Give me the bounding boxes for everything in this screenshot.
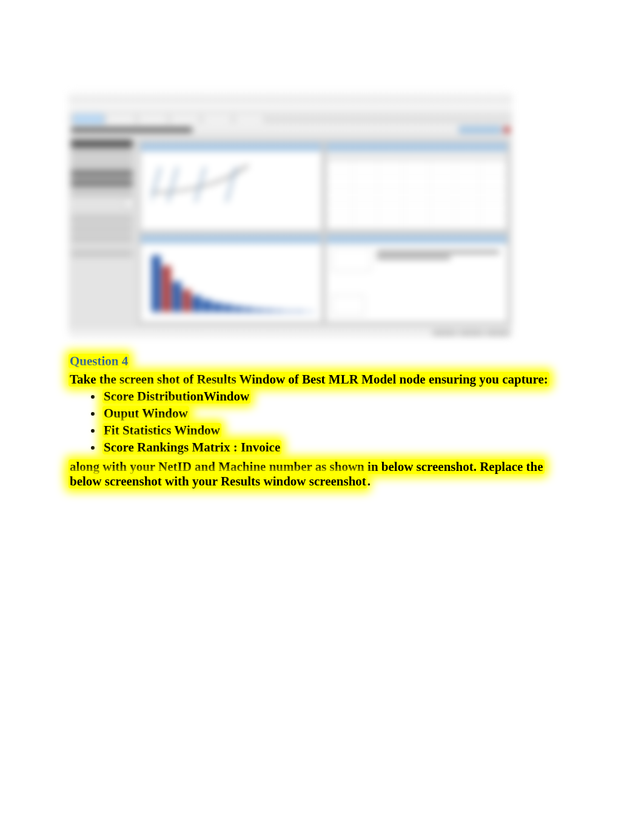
results-window-screenshot	[69, 91, 512, 337]
bullet-text: Score DistributionWindow	[102, 389, 250, 404]
app-statusbar	[69, 328, 512, 337]
list-item: Ouput Window	[102, 406, 575, 421]
question-bullet-list: Score DistributionWindow Ouput Window Fi…	[102, 389, 575, 455]
bullet-text: Score Rankings Matrix : Invoice	[102, 440, 281, 455]
properties-pane	[69, 136, 135, 328]
score-rankings-panel	[140, 142, 322, 231]
question-intro: Take the screen shot of Results Window o…	[69, 372, 549, 387]
score-distribution-panel	[140, 234, 322, 323]
app-tab	[73, 114, 104, 124]
question-outro-tail: .	[367, 474, 371, 488]
app-tab	[106, 114, 136, 124]
app-tab	[138, 114, 168, 124]
list-item: Score Rankings Matrix : Invoice	[102, 440, 575, 455]
bullet-text: Ouput Window	[102, 406, 189, 421]
results-area	[135, 136, 512, 328]
toolbar-close-icon	[504, 127, 510, 133]
question-outro: along with your NetID and Machine number…	[69, 459, 545, 488]
app-tab	[202, 114, 232, 124]
list-item: Fit Statistics Window	[102, 423, 575, 438]
bullet-text: Fit Statistics Window	[102, 423, 221, 438]
toolbar-label	[71, 127, 192, 132]
app-tab	[170, 114, 200, 124]
toolbar-search	[459, 126, 501, 134]
app-toolbar	[69, 124, 512, 136]
app-tabstrip	[69, 112, 512, 124]
app-tab	[234, 114, 264, 124]
app-titlebar	[69, 91, 512, 102]
app-menubar	[69, 102, 512, 112]
output-panel	[326, 234, 508, 323]
question-heading: Question 4	[69, 354, 129, 368]
fit-statistics-panel	[326, 142, 508, 231]
list-item: Score DistributionWindow	[102, 389, 575, 404]
